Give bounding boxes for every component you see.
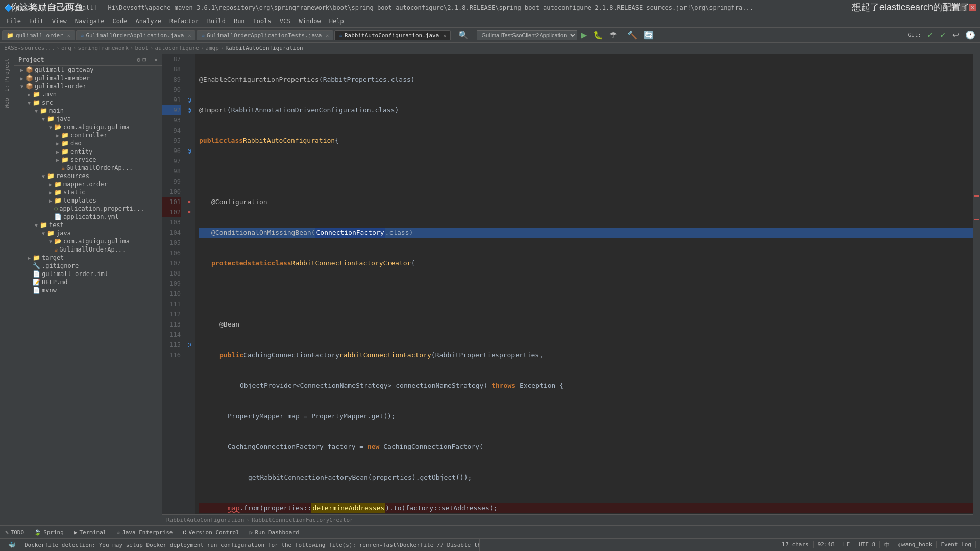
folder-icon: 📁 <box>40 107 47 114</box>
tab-order-application[interactable]: ☕ GulimallOrderApplication.java ✕ <box>76 30 196 40</box>
tab-close[interactable]: ✕ <box>443 33 446 38</box>
menu-navigate[interactable]: Navigate <box>71 17 109 26</box>
status-lang[interactable]: 中 <box>880 541 894 549</box>
menu-file[interactable]: File <box>2 17 25 26</box>
tree-order-test[interactable]: ☕ GulimallOrderAp... <box>14 245 162 254</box>
tree-label: templates <box>63 197 96 204</box>
run-config-select[interactable]: GulimallTestSsoClient2Application <box>477 30 577 40</box>
build-button[interactable]: 🔨 <box>625 29 640 41</box>
bc-rabbitconfig[interactable]: RabbitAutoConfiguration <box>225 45 303 52</box>
tree-app-properties[interactable]: ⚙ application.properti... <box>14 205 162 213</box>
menu-help[interactable]: Help <box>325 17 348 26</box>
tree-arrow: ▼ <box>47 124 54 130</box>
tree-main[interactable]: ▼ 📁 main <box>14 107 162 115</box>
tab-spring[interactable]: 🍃 Spring <box>29 528 69 537</box>
status-lf[interactable]: LF <box>839 541 854 548</box>
tab-java-enterprise[interactable]: ☕ Java Enterprise <box>111 528 178 537</box>
tab-version-control[interactable]: ⑆ Version Control <box>178 528 244 537</box>
tree-gulimall-app[interactable]: ☕ GulimallOrderAp... <box>14 164 162 172</box>
sidebar-collapse[interactable]: — <box>149 56 152 63</box>
tree-entity[interactable]: ▶ 📁 entity <box>14 147 162 156</box>
tree-mvnw[interactable]: 📄 mvnw <box>14 286 162 294</box>
tree-static[interactable]: ▶ 📁 static <box>14 188 162 196</box>
debug-button[interactable]: 🐛 <box>591 29 606 41</box>
tree-com-package[interactable]: ▼ 📂 com.atguigu.gulima <box>14 123 162 131</box>
code-lines[interactable]: @EnableConfigurationProperties(RabbitPro… <box>195 54 973 514</box>
panel-project[interactable]: 1: Project <box>2 56 12 94</box>
tree-test[interactable]: ▼ 📁 test <box>14 221 162 229</box>
coverage-button[interactable]: ☂ <box>607 29 619 41</box>
maximize-button[interactable]: □ <box>960 4 967 11</box>
menu-view[interactable]: View <box>48 17 71 26</box>
tab-run-dashboard[interactable]: ▷ Run Dashboard <box>244 528 304 537</box>
minimize-button[interactable]: ─ <box>950 4 958 11</box>
tree-com-test[interactable]: ▼ 📂 com.atguigu.gulima <box>14 237 162 245</box>
bc-boot[interactable]: boot <box>135 45 149 52</box>
tab-rabbit-config[interactable]: ☕ RabbitAutoConfiguration.java ✕ <box>334 30 451 40</box>
sync-button[interactable]: 🔄 <box>641 29 656 41</box>
code-bc-class[interactable]: RabbitAutoConfiguration <box>166 517 244 523</box>
tree-gitignore[interactable]: 🔧 .gitignore <box>14 262 162 270</box>
terminal-icon: ▶ <box>74 529 78 536</box>
git-history[interactable]: 🕐 <box>963 29 978 41</box>
menu-code[interactable]: Code <box>109 17 132 26</box>
java-icon: ☕ <box>54 246 58 253</box>
sidebar-expand[interactable]: ⊞ <box>142 56 146 63</box>
tree-gulimall-gateway[interactable]: ▶ 📦 gulimall-gateway <box>14 66 162 74</box>
tab-order-tests[interactable]: ☕ GulimallOrderApplicationTests.java ✕ <box>197 30 333 40</box>
sidebar-icons: ⚙ ⊞ — ✕ <box>137 56 158 63</box>
status-notification-icon[interactable]: 🐳 <box>4 539 20 551</box>
tree-help[interactable]: 📝 HELP.md <box>14 278 162 286</box>
sidebar-close[interactable]: ✕ <box>154 56 158 63</box>
git-checkmark1[interactable]: ✓ <box>924 29 936 41</box>
run-button[interactable]: ▶ <box>578 29 590 41</box>
tree-dao[interactable]: ▶ 📁 dao <box>14 139 162 147</box>
menu-analyze[interactable]: Analyze <box>131 17 165 26</box>
bc-org[interactable]: org <box>61 45 71 52</box>
menu-run[interactable]: Run <box>230 17 249 26</box>
tab-close[interactable]: ✕ <box>188 33 191 38</box>
search-button[interactable]: 🔍 <box>456 29 471 41</box>
git-undo[interactable]: ↩ <box>950 29 962 41</box>
tree-templates[interactable]: ▶ 📁 templates <box>14 196 162 205</box>
tree-java-test[interactable]: ▼ 📁 java <box>14 229 162 237</box>
toolbar: 📁 gulimall-order ✕ ☕ GulimallOrderApplic… <box>0 28 980 43</box>
tree-service[interactable]: ▶ 📁 service <box>14 156 162 164</box>
git-checkmark2[interactable]: ✓ <box>937 29 949 41</box>
tree-mapper-order[interactable]: ▶ 📁 mapper.order <box>14 180 162 188</box>
menu-edit[interactable]: Edit <box>25 17 48 26</box>
bc-autoconfigure[interactable]: autoconfigure <box>155 45 199 52</box>
event-log[interactable]: Event Log <box>937 541 976 548</box>
menu-tools[interactable]: Tools <box>249 17 276 26</box>
bc-amqp[interactable]: amqp <box>205 45 219 52</box>
tree-controller[interactable]: ▶ 📁 controller <box>14 131 162 139</box>
tab-close[interactable]: ✕ <box>326 33 329 38</box>
status-utf[interactable]: UTF-8 <box>854 541 880 548</box>
tree-gulimall-order[interactable]: ▼ 📦 gulimall-order <box>14 82 162 90</box>
tree-gulimall-member[interactable]: ▶ 📦 gulimall-member <box>14 74 162 82</box>
tab-close[interactable]: ✕ <box>67 33 70 38</box>
tree-resources[interactable]: ▼ 📁 resources <box>14 172 162 180</box>
menu-vcs[interactable]: VCS <box>276 17 295 26</box>
tree-src[interactable]: ▼ 📁 src <box>14 98 162 107</box>
tab-gulimall-order[interactable]: 📁 gulimall-order ✕ <box>2 30 75 40</box>
tree-java-main[interactable]: ▼ 📁 java <box>14 115 162 123</box>
tree-target[interactable]: ▶ 📁 target <box>14 254 162 262</box>
tree-mvn[interactable]: ▶ 📁 .mvn <box>14 90 162 98</box>
tree-iml[interactable]: 📄 gulimall-order.iml <box>14 270 162 278</box>
bc-sources[interactable]: EASE-sources... <box>4 45 55 52</box>
code-scroll[interactable]: 8788899091 92 939495969798 99100 101 102… <box>162 54 973 514</box>
panel-web[interactable]: Web <box>2 96 12 110</box>
code-bc-inner[interactable]: RabbitConnectionFactoryCreator <box>252 517 353 523</box>
status-position[interactable]: 92:48 <box>814 541 839 548</box>
menu-refactor[interactable]: Refactor <box>165 17 203 26</box>
tree-app-yml[interactable]: 📄 application.yml <box>14 213 162 221</box>
tab-terminal[interactable]: ▶ Terminal <box>69 528 112 537</box>
menu-build[interactable]: Build <box>203 17 230 26</box>
prop-icon: ⚙ <box>54 205 58 212</box>
menu-window[interactable]: Window <box>295 17 325 26</box>
close-button[interactable]: ✕ <box>969 4 976 11</box>
tab-todo[interactable]: ✎ TODO <box>0 528 29 537</box>
bc-springframework[interactable]: springframework <box>78 45 128 52</box>
sidebar-settings[interactable]: ⚙ <box>137 56 140 63</box>
